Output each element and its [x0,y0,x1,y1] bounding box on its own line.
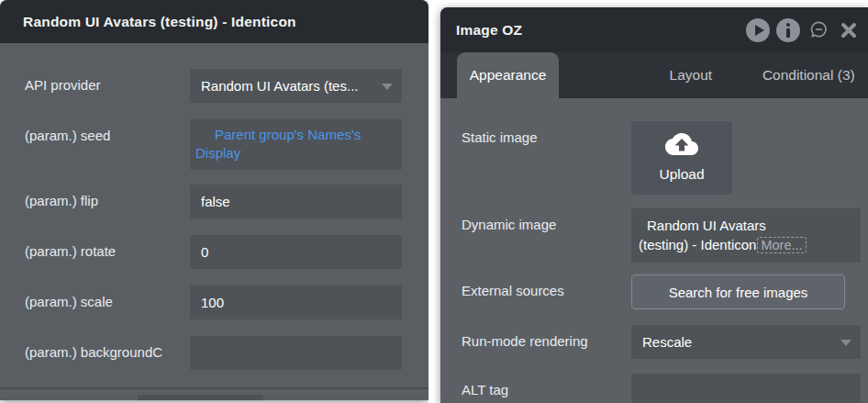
panel-gap [428,0,440,403]
run-mode-value: Rescale [642,334,692,350]
property-editor-canvas: Random UI Avatars (testing) - Identicon … [0,0,868,403]
alt-tag-label: ALT tag [462,374,631,403]
field-row-rotate: (param.) rotate [25,235,428,269]
left-panel-body: API provider Random UI Avatars (tes... (… [0,43,428,400]
static-image-label: Static image [462,121,631,195]
cloud-upload-icon [665,133,698,161]
play-icon[interactable] [746,18,770,42]
api-provider-dropdown[interactable]: Random UI Avatars (tes... [190,69,402,103]
seed-expression-value: Parent group's Names's Display [195,126,396,162]
panel-image-oz: Image OZ Appearance [440,7,868,403]
scale-label: (param.) scale [25,285,190,319]
flip-input[interactable] [190,185,402,218]
close-icon[interactable] [837,18,861,42]
seed-expression[interactable]: Parent group's Names's Display [190,119,402,170]
left-panel-header[interactable]: Random UI Avatars (testing) - Identicon [0,0,428,43]
field-row-run-mode: Run-mode rendering Rescale [462,325,868,359]
external-sources-label: External sources [462,274,631,309]
field-row-flip: (param.) flip [25,185,428,218]
rotate-label: (param.) rotate [25,235,190,269]
field-row-api-provider: API provider Random UI Avatars (tes... [25,69,428,103]
dynamic-image-label: Dynamic image [462,208,631,263]
right-panel-header[interactable]: Image OZ [440,7,868,52]
dynamic-image-value-line1: Random UI Avatars [639,216,853,235]
search-free-images-button[interactable]: Search for free images [631,274,845,309]
upload-button[interactable]: Upload [631,121,732,195]
field-row-static-image: Static image Upload [462,121,868,195]
field-row-external-sources: External sources Search for free images [462,274,868,309]
right-panel-title: Image OZ [456,22,522,39]
scale-input[interactable] [190,285,402,319]
field-row-dynamic-image: Dynamic image Random UI Avatars(testing)… [462,208,868,263]
run-mode-dropdown[interactable]: Rescale [631,325,861,359]
alt-tag-input[interactable] [631,374,861,403]
more-button[interactable]: More... [757,237,806,253]
dynamic-image-expression[interactable]: Random UI Avatars(testing) - IdenticonMo… [631,208,861,263]
backgroundc-input[interactable] [190,336,402,370]
seed-label: (param.) seed [25,119,190,170]
upload-button-label: Upload [659,166,704,183]
api-provider-label: API provider [25,69,190,103]
tab-layout[interactable]: Layout [646,52,735,98]
tab-conditional[interactable]: Conditional (3) [750,52,868,98]
left-panel-title: Random UI Avatars (testing) - Identicon [23,14,296,30]
flip-label: (param.) flip [25,185,190,218]
dynamic-image-value-line2: (testing) - Identicon [639,237,756,252]
left-panel-divider [0,387,428,389]
field-row-seed: (param.) seed Parent group's Names's Dis… [25,119,428,170]
field-row-alt-tag: ALT tag [462,374,868,403]
left-panel-bottom-button[interactable] [138,395,263,400]
chevron-down-icon [382,84,393,90]
backgroundc-label: (param.) backgroundC [25,336,190,370]
info-icon[interactable] [776,18,800,42]
chevron-down-icon [840,340,851,346]
header-icon-group [746,18,861,42]
api-provider-value: Random UI Avatars (tes... [201,78,358,94]
field-row-backgroundc: (param.) backgroundC [25,336,428,370]
rotate-input[interactable] [190,235,402,269]
right-panel-body: Static image Upload Dynamic image Random… [440,98,868,403]
tab-appearance[interactable]: Appearance [457,52,559,98]
field-row-scale: (param.) scale [25,285,428,319]
comment-icon[interactable] [807,18,830,42]
run-mode-label: Run-mode rendering [462,325,631,359]
panel-api-provider: Random UI Avatars (testing) - Identicon … [0,0,428,400]
tab-bar: Appearance Layout Conditional (3) [440,52,868,98]
